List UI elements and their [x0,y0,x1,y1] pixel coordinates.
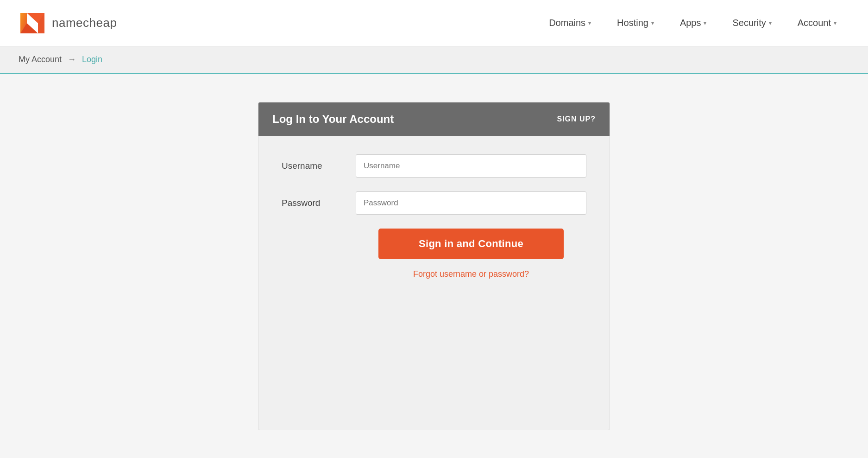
password-label: Password [282,198,356,208]
nav-item-security[interactable]: Security ▾ [719,13,784,33]
breadcrumb: My Account → Login [19,55,849,64]
card-body: Username Password Sign in and Continue F… [258,136,610,307]
breadcrumb-separator: → [68,55,76,64]
button-container: Sign in and Continue Forgot username or … [356,229,586,279]
nav-item-domains[interactable]: Domains ▾ [536,13,604,33]
card-header: Log In to Your Account SIGN UP? [258,102,610,136]
nav-label-account: Account [798,18,831,28]
card-title: Log In to Your Account [272,113,394,126]
breadcrumb-bar: My Account → Login [0,46,868,74]
login-card: Log In to Your Account SIGN UP? Username… [258,102,610,430]
logo-text: namecheap [52,16,117,30]
password-row: Password [282,191,586,215]
username-row: Username [282,154,586,178]
nav-label-security: Security [732,18,766,28]
chevron-down-icon: ▾ [834,20,837,26]
breadcrumb-current[interactable]: Login [82,55,102,64]
nav-item-account[interactable]: Account ▾ [785,13,849,33]
forgot-password-link[interactable]: Forgot username or password? [413,269,529,279]
chevron-down-icon: ▾ [588,20,591,26]
breadcrumb-root: My Account [19,55,62,64]
chevron-down-icon: ▾ [651,20,654,26]
namecheap-logo-icon [19,11,46,35]
main-nav: Domains ▾ Hosting ▾ Apps ▾ Security ▾ Ac… [536,13,849,33]
nav-label-hosting: Hosting [617,18,648,28]
password-input[interactable] [356,191,586,215]
username-label: Username [282,161,356,171]
signin-button[interactable]: Sign in and Continue [378,229,564,259]
chevron-down-icon: ▾ [769,20,772,26]
nav-item-apps[interactable]: Apps ▾ [667,13,720,33]
nav-item-hosting[interactable]: Hosting ▾ [604,13,667,33]
nav-label-domains: Domains [549,18,585,28]
logo-area[interactable]: namecheap [19,11,117,35]
nav-label-apps: Apps [680,18,701,28]
chevron-down-icon: ▾ [704,20,706,26]
signup-link[interactable]: SIGN UP? [557,115,596,123]
site-header: namecheap Domains ▾ Hosting ▾ Apps ▾ Sec… [0,0,868,46]
username-input[interactable] [356,154,586,178]
main-content: Log In to Your Account SIGN UP? Username… [0,74,868,458]
